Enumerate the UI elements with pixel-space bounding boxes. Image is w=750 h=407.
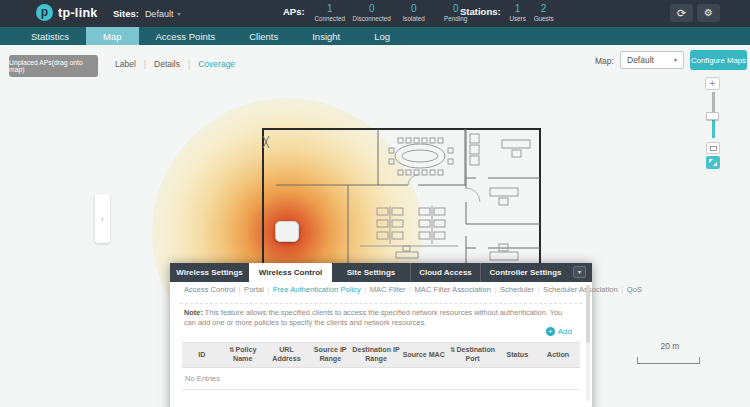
- stat-isolated[interactable]: 0 Isolated: [393, 3, 435, 23]
- tplink-logo: p tp-link: [36, 4, 98, 21]
- subnav-scheduler[interactable]: Scheduler: [500, 285, 534, 294]
- subnav-free-auth-policy[interactable]: Free Authentication Policy: [273, 285, 361, 294]
- ap-device[interactable]: [275, 221, 299, 242]
- settings-button[interactable]: ⚙: [697, 4, 720, 22]
- refresh-icon: ⟳: [677, 7, 686, 19]
- panel-scrollbar-thumb[interactable]: [586, 285, 590, 343]
- sites-value: Default: [145, 9, 174, 19]
- unplaced-aps-button[interactable]: Unplaced APs(drag onto map): [9, 55, 98, 77]
- floorplan: [262, 128, 542, 268]
- sites-label: Sites:: [113, 8, 139, 19]
- col-status: Status: [498, 349, 536, 362]
- sort-icon: ⇅: [229, 346, 234, 353]
- tab-map[interactable]: Map: [86, 27, 138, 45]
- ptab-wireless-control[interactable]: Wireless Control: [249, 263, 332, 282]
- policy-table-header: ID ⇅Policy Name URL Address Source IP Ra…: [182, 342, 580, 368]
- col-policy-name[interactable]: ⇅Policy Name: [222, 344, 264, 366]
- viewmode-coverage[interactable]: Coverage: [198, 59, 235, 69]
- tplink-logo-icon: p: [36, 4, 53, 21]
- brand-name: tp-link: [58, 6, 98, 20]
- chevron-down-icon: ▾: [578, 269, 581, 275]
- table-empty-row: No Entries: [182, 368, 580, 390]
- subnav-mac-filter[interactable]: MAC Filter: [370, 285, 406, 294]
- tab-statistics[interactable]: Statistics: [14, 27, 86, 45]
- ptab-cloud-access[interactable]: Cloud Access: [410, 263, 480, 282]
- col-source-mac: Source MAC: [401, 349, 447, 362]
- zoom-in-button[interactable]: +: [705, 77, 720, 90]
- col-destination-port[interactable]: ⇅Destination Port: [447, 344, 499, 366]
- map-select-dropdown[interactable]: Default ▼: [620, 51, 684, 69]
- map-scale-bar: [637, 357, 700, 364]
- tab-access-points[interactable]: Access Points: [139, 27, 233, 45]
- subnav-mac-filter-association[interactable]: MAC Filter Association: [415, 285, 491, 294]
- map-view-modes: Label | Details | Coverage: [115, 59, 235, 69]
- settings-panel: Wireless Settings Wireless Control Site …: [170, 263, 592, 407]
- fit-view-button[interactable]: [706, 142, 720, 154]
- col-id: ID: [182, 349, 222, 362]
- add-plus-icon: +: [546, 327, 555, 336]
- aps-label: APs:: [283, 3, 305, 17]
- map-select-value: Default: [627, 55, 654, 65]
- tab-clients[interactable]: Clients: [232, 27, 295, 45]
- ptab-controller-settings[interactable]: Controller Settings: [480, 263, 570, 282]
- stations-label: Stations:: [460, 3, 501, 17]
- viewmode-label[interactable]: Label: [115, 59, 136, 69]
- tab-insight[interactable]: Insight: [295, 27, 357, 45]
- ap-stats: APs: 1 Connected 0 Disconnected 0 Isolat…: [283, 3, 477, 23]
- settings-panel-tabs: Wireless Settings Wireless Control Site …: [170, 263, 592, 282]
- caret-down-icon: ▾: [177, 10, 180, 17]
- tab-log[interactable]: Log: [357, 27, 407, 45]
- sites-selector[interactable]: Sites: Default ▾: [113, 8, 180, 19]
- panel-collapse-button[interactable]: ▾: [573, 266, 586, 278]
- subnav-portal[interactable]: Portal: [244, 285, 264, 294]
- top-bar: p tp-link Sites: Default ▾ APs: 1 Connec…: [0, 0, 750, 27]
- sort-icon: ⇅: [450, 346, 455, 353]
- configure-maps-button[interactable]: Configure Maps: [690, 50, 747, 70]
- col-url-address: URL Address: [264, 344, 310, 366]
- add-policy-button[interactable]: + Add: [546, 327, 572, 336]
- subnav-qos[interactable]: QoS: [627, 285, 642, 294]
- col-action: Action: [536, 349, 580, 362]
- policy-table: ID ⇅Policy Name URL Address Source IP Ra…: [182, 342, 580, 390]
- note-text: Note: This feature allows the specified …: [184, 308, 574, 329]
- sidebar-collapse-toggle[interactable]: ‹: [95, 194, 110, 243]
- stat-disconnected[interactable]: 0 Disconnected: [351, 3, 393, 23]
- subnav-scheduler-association[interactable]: Scheduler Association: [543, 285, 618, 294]
- stat-connected[interactable]: 1 Connected: [309, 3, 351, 23]
- stat-guests[interactable]: 2 Guests: [531, 3, 557, 23]
- fullscreen-button[interactable]: [706, 156, 720, 169]
- station-stats: Stations: 1 Users 2 Guests: [460, 3, 557, 23]
- ptab-wireless-settings[interactable]: Wireless Settings: [170, 263, 249, 282]
- dropdown-caret-icon: ▼: [673, 57, 678, 63]
- ptab-site-settings[interactable]: Site Settings: [332, 263, 410, 282]
- col-destination-ip-range: Destination IP Range: [351, 344, 401, 366]
- refresh-button[interactable]: ⟳: [670, 4, 693, 22]
- fit-icon: [710, 146, 717, 151]
- wireless-control-subnav: Access Control| Portal| Free Authenticat…: [184, 285, 566, 294]
- main-nav: Statistics Map Access Points Clients Ins…: [0, 27, 750, 45]
- subnav-divider: [180, 303, 582, 304]
- viewmode-details[interactable]: Details: [154, 59, 180, 69]
- stat-users[interactable]: 1 Users: [505, 3, 531, 23]
- subnav-access-control[interactable]: Access Control: [184, 285, 235, 294]
- omada-controller-window: p tp-link Sites: Default ▾ APs: 1 Connec…: [0, 0, 750, 407]
- plus-icon: +: [710, 78, 716, 89]
- chevron-left-icon: ‹: [101, 214, 104, 224]
- panel-scrollbar[interactable]: [586, 285, 590, 401]
- map-scale-label: 20 m: [640, 341, 700, 351]
- zoom-slider-handle[interactable]: [706, 112, 719, 120]
- map-select-label: Map:: [595, 56, 614, 66]
- col-source-ip-range: Source IP Range: [309, 344, 351, 366]
- gear-icon: ⚙: [704, 7, 713, 18]
